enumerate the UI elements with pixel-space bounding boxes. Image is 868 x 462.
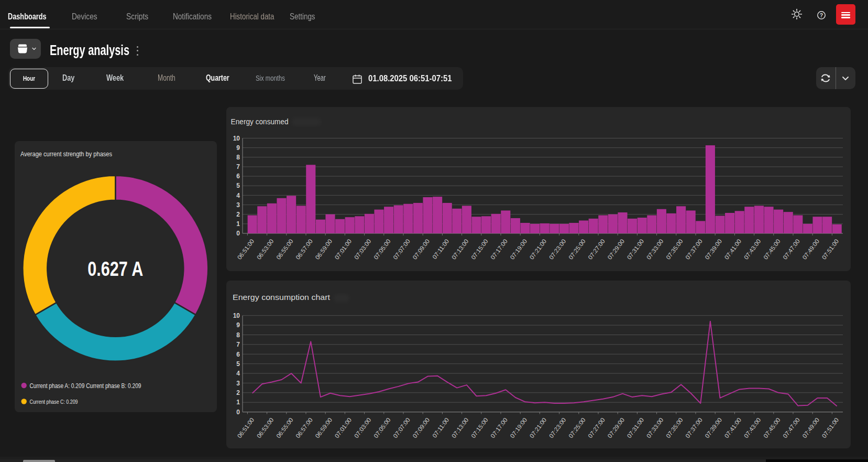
svg-text:07:47:00: 07:47:00	[782, 238, 801, 261]
svg-text:07:49:00: 07:49:00	[801, 417, 821, 439]
svg-text:07:27:00: 07:27:00	[587, 238, 606, 261]
svg-text:07:35:00: 07:35:00	[665, 417, 684, 439]
svg-text:10: 10	[233, 135, 240, 142]
svg-text:07:33:00: 07:33:00	[645, 238, 665, 261]
svg-text:8: 8	[236, 154, 240, 161]
svg-text:07:45:00: 07:45:00	[762, 417, 782, 439]
svg-text:6: 6	[236, 173, 240, 180]
svg-text:2: 2	[236, 211, 240, 218]
svg-text:Current phase C: 0.209: Current phase C: 0.209	[30, 399, 78, 405]
svg-text:8: 8	[236, 331, 240, 339]
svg-text:07:25:00: 07:25:00	[567, 238, 587, 261]
svg-text:07:15:00: 07:15:00	[470, 417, 489, 439]
svg-text:07:09:00: 07:09:00	[412, 238, 431, 261]
svg-text:07:21:00: 07:21:00	[529, 417, 548, 439]
svg-text:4: 4	[236, 370, 240, 377]
svg-text:9: 9	[236, 144, 240, 152]
svg-text:07:13:00: 07:13:00	[451, 417, 470, 439]
svg-text:06:53:00: 06:53:00	[256, 417, 275, 439]
svg-text:06:57:00: 06:57:00	[294, 238, 314, 261]
svg-text:6: 6	[236, 351, 240, 358]
svg-text:1: 1	[236, 399, 240, 406]
svg-text:07:23:00: 07:23:00	[548, 417, 567, 439]
svg-text:5: 5	[236, 182, 240, 189]
svg-text:07:01:00: 07:01:00	[334, 238, 353, 261]
svg-text:07:37:00: 07:37:00	[684, 417, 704, 439]
svg-text:1: 1	[236, 220, 240, 228]
svg-text:Energy consumed: Energy consumed	[231, 117, 289, 126]
svg-text:5: 5	[236, 360, 240, 368]
svg-text:07:07:00: 07:07:00	[392, 238, 411, 261]
svg-text:07:51:00: 07:51:00	[821, 417, 840, 439]
svg-text:07:19:00: 07:19:00	[509, 238, 529, 261]
svg-text:07:49:00: 07:49:00	[801, 238, 821, 261]
svg-text:07:41:00: 07:41:00	[723, 238, 743, 261]
svg-text:07:27:00: 07:27:00	[587, 417, 606, 439]
svg-text:7: 7	[236, 163, 240, 170]
svg-text:10: 10	[233, 312, 240, 319]
svg-text:07:03:00: 07:03:00	[353, 238, 372, 261]
svg-text:06:51:00: 06:51:00	[236, 417, 256, 439]
svg-text:3: 3	[236, 380, 240, 387]
svg-text:2: 2	[236, 389, 240, 396]
svg-text:07:51:00: 07:51:00	[821, 238, 840, 261]
svg-text:07:09:00: 07:09:00	[412, 417, 431, 439]
svg-text:07:37:00: 07:37:00	[684, 238, 704, 261]
svg-text:07:35:00: 07:35:00	[665, 238, 684, 261]
svg-text:Average current strength by ph: Average current strength by phases	[20, 151, 112, 158]
svg-text:07:39:00: 07:39:00	[704, 238, 723, 261]
svg-text:07:19:00: 07:19:00	[509, 417, 529, 439]
svg-text:Current phase A: 0.209 Current: Current phase A: 0.209 Current phase B: …	[30, 382, 141, 390]
svg-text:07:39:00: 07:39:00	[704, 417, 723, 439]
svg-text:0: 0	[236, 409, 240, 416]
svg-text:07:01:00: 07:01:00	[334, 417, 353, 439]
svg-text:07:29:00: 07:29:00	[607, 417, 626, 439]
svg-text:06:51:00: 06:51:00	[236, 238, 256, 261]
svg-text:06:55:00: 06:55:00	[275, 238, 294, 261]
svg-text:0: 0	[236, 230, 240, 237]
svg-text:3: 3	[236, 201, 240, 209]
svg-text:06:59:00: 06:59:00	[314, 238, 334, 261]
svg-text:06:57:00: 06:57:00	[294, 417, 314, 439]
svg-text:07:29:00: 07:29:00	[607, 238, 626, 261]
svg-text:07:43:00: 07:43:00	[743, 238, 762, 261]
svg-text:06:55:00: 06:55:00	[275, 417, 294, 439]
svg-text:07:41:00: 07:41:00	[723, 417, 743, 439]
svg-text:Energy consumption chart: Energy consumption chart	[233, 293, 331, 302]
svg-text:07:33:00: 07:33:00	[645, 417, 665, 439]
svg-text:07:21:00: 07:21:00	[529, 238, 548, 261]
svg-text:07:11:00: 07:11:00	[431, 417, 450, 439]
svg-text:?: ?	[820, 12, 823, 18]
svg-text:06:53:00: 06:53:00	[256, 238, 275, 261]
svg-text:07:25:00: 07:25:00	[567, 417, 587, 439]
svg-text:9: 9	[236, 321, 240, 329]
svg-text:07:43:00: 07:43:00	[743, 417, 762, 439]
svg-text:07:07:00: 07:07:00	[392, 417, 411, 439]
svg-text:7: 7	[236, 341, 240, 348]
svg-text:07:17:00: 07:17:00	[489, 238, 509, 261]
svg-text:4: 4	[236, 192, 240, 199]
svg-text:07:15:00: 07:15:00	[470, 238, 489, 261]
svg-text:07:31:00: 07:31:00	[626, 417, 645, 439]
svg-text:07:31:00: 07:31:00	[626, 238, 645, 261]
svg-text:07:05:00: 07:05:00	[372, 238, 392, 261]
svg-text:0.627 A: 0.627 A	[87, 258, 143, 280]
svg-text:07:13:00: 07:13:00	[451, 238, 470, 261]
svg-text:07:03:00: 07:03:00	[353, 417, 372, 439]
svg-text:07:23:00: 07:23:00	[548, 238, 567, 261]
svg-text:07:05:00: 07:05:00	[372, 417, 392, 439]
svg-text:07:11:00: 07:11:00	[431, 238, 450, 260]
svg-text:07:47:00: 07:47:00	[782, 417, 801, 439]
svg-text:07:17:00: 07:17:00	[489, 417, 509, 439]
svg-text:07:45:00: 07:45:00	[762, 238, 782, 261]
svg-text:06:59:00: 06:59:00	[314, 417, 334, 439]
